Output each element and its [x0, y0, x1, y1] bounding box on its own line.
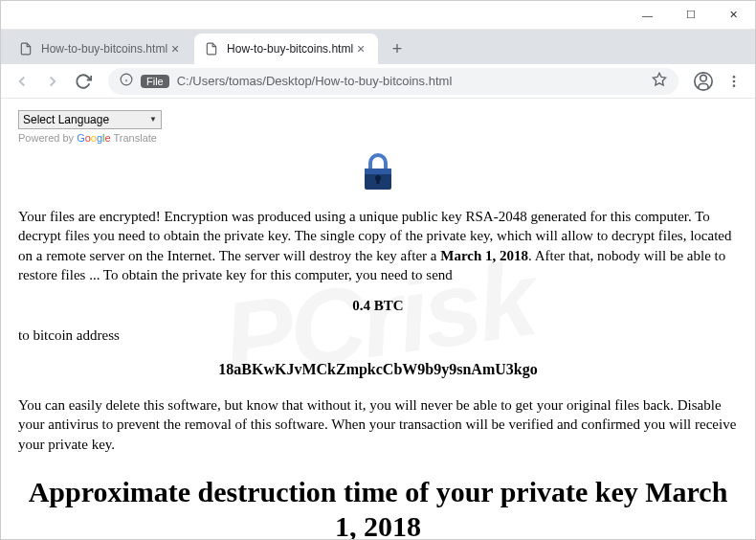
destruction-heading: Approximate destruction time of your pri…: [18, 475, 738, 539]
info-icon: [120, 73, 133, 89]
svg-point-8: [733, 84, 736, 87]
back-button[interactable]: [9, 68, 35, 95]
to-address-label: to bitcoin address: [18, 327, 738, 344]
address-bar[interactable]: File C:/Users/tomas/Desktop/How-to-buy-b…: [108, 68, 678, 95]
file-icon: [204, 41, 219, 56]
tab-strip: How-to-buy-bitcoins.html × How-to-buy-bi…: [1, 30, 755, 64]
file-icon: [18, 41, 33, 56]
bitcoin-address: 18aBKwKJvMCkZmpkcCbW9b9y9snAmU3kgo: [18, 361, 738, 378]
tab-close-icon[interactable]: ×: [167, 41, 183, 56]
svg-point-7: [733, 79, 736, 82]
maximize-button[interactable]: ☐: [669, 1, 712, 30]
svg-point-6: [733, 76, 736, 79]
browser-tab-inactive[interactable]: How-to-buy-bitcoins.html ×: [9, 34, 192, 64]
url-text: C:/Users/tomas/Desktop/How-to-buy-bitcoi…: [177, 74, 652, 88]
lock-icon: [18, 151, 738, 195]
tab-close-icon[interactable]: ×: [353, 41, 368, 56]
reload-button[interactable]: [70, 68, 97, 95]
file-scheme-badge: File: [141, 75, 169, 88]
window-titlebar: — ☐ ✕: [1, 1, 755, 30]
btc-amount: 0.4 BTC: [18, 298, 738, 314]
language-select-label: Select Language: [23, 113, 109, 126]
svg-point-4: [700, 75, 707, 81]
forward-button[interactable]: [39, 68, 66, 95]
tab-title: How-to-buy-bitcoins.html: [227, 42, 353, 56]
svg-marker-3: [653, 73, 665, 85]
bookmark-star-icon[interactable]: [652, 72, 667, 90]
profile-button[interactable]: [690, 68, 717, 95]
language-select[interactable]: Select Language: [18, 110, 162, 129]
ransom-paragraph-2: You can easily delete this software, but…: [18, 395, 738, 454]
svg-rect-10: [365, 169, 391, 174]
new-tab-button[interactable]: +: [384, 35, 411, 62]
tab-title: How-to-buy-bitcoins.html: [41, 42, 167, 56]
browser-tab-active[interactable]: How-to-buy-bitcoins.html ×: [194, 34, 378, 64]
powered-by-text: Powered by Google Translate: [18, 132, 738, 144]
ransom-paragraph-1: Your files are encrypted! Encryption was…: [18, 207, 738, 284]
svg-rect-12: [377, 178, 380, 184]
close-button[interactable]: ✕: [712, 1, 755, 30]
menu-button[interactable]: [721, 68, 747, 95]
browser-toolbar: File C:/Users/tomas/Desktop/How-to-buy-b…: [1, 64, 755, 99]
page-content: PCrisk Select Language Powered by Google…: [1, 99, 755, 539]
minimize-button[interactable]: —: [626, 1, 669, 30]
